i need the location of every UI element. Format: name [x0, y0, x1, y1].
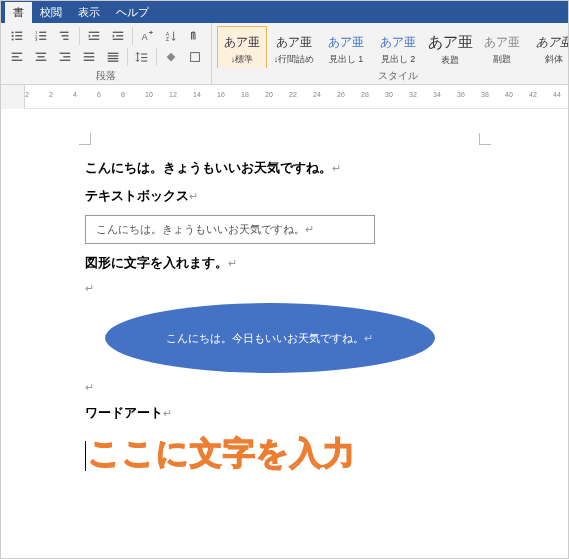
svg-rect-3 — [15, 35, 22, 36]
svg-rect-17 — [89, 38, 100, 39]
empty-para-2: ↵ — [85, 381, 94, 393]
ruler-tick: 42 — [529, 91, 537, 98]
align-left-icon[interactable] — [6, 47, 28, 67]
empty-para-1: ↵ — [85, 282, 94, 294]
shading-icon[interactable] — [160, 47, 182, 67]
ruler-tick: 6 — [97, 91, 101, 98]
page: こんにちは。きょうもいいお天気ですね。↵ テキストボックス↵ こんにちは。きょう… — [45, 109, 525, 476]
style-heading2[interactable]: あア亜見出し 2 — [373, 26, 423, 68]
svg-rect-32 — [60, 60, 71, 61]
ellipse-shape[interactable]: こんにちは。今日もいいお天気ですね。↵ — [105, 303, 435, 373]
text-direction-icon[interactable]: A — [136, 26, 158, 46]
svg-text:3: 3 — [35, 37, 38, 42]
svg-rect-19 — [116, 35, 123, 36]
group-label-styles: スタイル — [216, 68, 569, 84]
svg-point-2 — [12, 35, 14, 37]
indent-increase-icon[interactable] — [107, 26, 129, 46]
show-marks-icon[interactable] — [184, 26, 206, 46]
svg-point-4 — [12, 38, 14, 40]
ruler-tick: 34 — [433, 91, 441, 98]
style-subtitle[interactable]: あア亜副題 — [477, 26, 527, 68]
svg-rect-11 — [39, 38, 46, 39]
crop-mark-tl — [79, 133, 91, 145]
svg-rect-29 — [36, 60, 47, 61]
style-italic[interactable]: あア亜斜体 — [529, 26, 569, 68]
align-center-icon[interactable] — [30, 47, 52, 67]
svg-rect-16 — [92, 35, 99, 36]
style-title[interactable]: あア亜表題 — [425, 26, 475, 68]
align-justify-icon[interactable] — [78, 47, 100, 67]
document-area[interactable]: こんにちは。きょうもいいお天気ですね。↵ テキストボックス↵ こんにちは。きょう… — [1, 109, 568, 559]
svg-rect-25 — [12, 56, 19, 57]
svg-rect-36 — [108, 53, 119, 54]
menu-tab-review[interactable]: 校閲 — [32, 2, 70, 23]
text-box[interactable]: こんにちは。きょうもいいお天気ですね。↵ — [85, 215, 375, 244]
styles-gallery[interactable]: あア亜↓標準 あア亜↓行間詰め あア亜見出し 1 あア亜見出し 2 あア亜表題 … — [216, 25, 569, 68]
ruler-tick: 40 — [505, 91, 513, 98]
svg-rect-26 — [12, 60, 23, 61]
indent-decrease-icon[interactable] — [83, 26, 105, 46]
ruler-tick: 4 — [73, 91, 77, 98]
ruler-tick: 44 — [553, 91, 561, 98]
group-styles: あア亜↓標準 あア亜↓行間詰め あア亜見出し 1 あア亜見出し 2 あア亜表題 … — [212, 23, 569, 84]
heading-textbox[interactable]: テキストボックス↵ — [85, 187, 485, 205]
svg-rect-13 — [62, 35, 69, 36]
style-normal[interactable]: あア亜↓標準 — [217, 26, 267, 68]
ruler-tick: 28 — [361, 91, 369, 98]
ruler-tick: 8 — [121, 91, 125, 98]
svg-rect-27 — [36, 53, 47, 54]
menu-tab-help[interactable]: ヘルプ — [108, 2, 157, 23]
ruler-tick: 14 — [193, 91, 201, 98]
svg-rect-42 — [141, 61, 147, 62]
style-heading1[interactable]: あア亜見出し 1 — [321, 26, 371, 68]
align-right-icon[interactable] — [54, 47, 76, 67]
svg-rect-28 — [38, 56, 45, 57]
line-spacing-icon[interactable] — [131, 47, 153, 67]
style-nospace[interactable]: あア亜↓行間詰め — [269, 26, 319, 68]
svg-rect-35 — [84, 60, 95, 61]
menu-tab-active[interactable]: 書 — [5, 2, 32, 23]
sort-icon[interactable]: AZ — [160, 26, 182, 46]
svg-rect-12 — [60, 31, 69, 32]
svg-rect-7 — [39, 31, 46, 32]
svg-rect-20 — [113, 38, 124, 39]
distribute-icon[interactable] — [102, 47, 124, 67]
ruler: 2246810121416182022242628303234363840424… — [1, 85, 568, 109]
ruler-tick: 2 — [49, 91, 53, 98]
group-paragraph: 123 A AZ 段落 — [1, 23, 212, 84]
svg-rect-18 — [113, 31, 124, 32]
ruler-tick: 30 — [385, 91, 393, 98]
svg-rect-14 — [63, 38, 68, 39]
svg-rect-9 — [39, 35, 46, 36]
svg-rect-40 — [141, 54, 147, 55]
multilevel-icon[interactable] — [54, 26, 76, 46]
ruler-tick: 38 — [481, 91, 489, 98]
wordart-text[interactable]: ここに文字を入力 — [85, 432, 485, 476]
menu-bar: 書 校閲 表示 ヘルプ — [1, 1, 568, 23]
svg-rect-33 — [84, 53, 95, 54]
numbering-icon[interactable]: 123 — [30, 26, 52, 46]
ruler-tick: 24 — [313, 91, 321, 98]
ruler-tick: 26 — [337, 91, 345, 98]
svg-rect-31 — [63, 56, 70, 57]
ruler-tick: 32 — [409, 91, 417, 98]
svg-rect-24 — [12, 53, 23, 54]
svg-rect-15 — [89, 31, 100, 32]
ruler-tick: 36 — [457, 91, 465, 98]
bullets-icon[interactable] — [6, 26, 28, 46]
ruler-tick: 12 — [169, 91, 177, 98]
svg-rect-1 — [15, 31, 22, 32]
heading-wordart[interactable]: ワードアート↵ — [85, 404, 485, 422]
svg-rect-41 — [141, 57, 147, 58]
svg-rect-38 — [108, 58, 119, 59]
svg-point-0 — [12, 31, 14, 33]
ribbon: 123 A AZ 段落 あア亜↓標準 あア亜↓行間詰め — [1, 23, 568, 85]
svg-rect-37 — [108, 56, 119, 57]
svg-rect-34 — [84, 56, 95, 57]
borders-icon[interactable] — [184, 47, 206, 67]
heading-shape[interactable]: 図形に文字を入れます。↵ — [85, 254, 485, 272]
menu-tab-view[interactable]: 表示 — [70, 2, 108, 23]
svg-rect-5 — [15, 38, 22, 39]
paragraph-greeting[interactable]: こんにちは。きょうもいいお天気ですね。↵ — [85, 159, 485, 177]
svg-rect-39 — [108, 61, 119, 62]
